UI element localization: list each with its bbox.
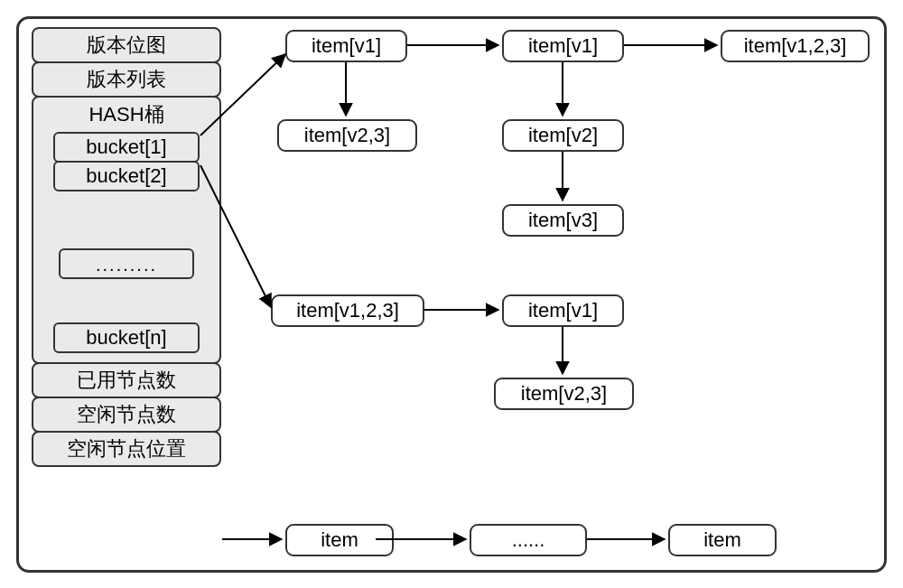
sidebar-stack: 版本位图 版本列表 HASH桶 bucket[1] bucket[2] ....…	[32, 27, 221, 465]
node-r4c1: item[v1,2,3]	[271, 294, 424, 327]
node-free-dots: ......	[470, 524, 587, 556]
bucket-2: bucket[2]	[53, 161, 200, 191]
sidebar-version-list: 版本列表	[32, 61, 221, 98]
node-r5c2: item[v2,3]	[494, 378, 634, 410]
sidebar-hash-bucket-group: HASH桶 bucket[1] bucket[2] ......... buck…	[32, 96, 221, 364]
diagram-canvas: 版本位图 版本列表 HASH桶 bucket[1] bucket[2] ....…	[0, 0, 903, 588]
bucket-ellipsis: .........	[59, 248, 194, 279]
sidebar-version-bitmap: 版本位图	[32, 27, 221, 63]
node-r2c1: item[v2,3]	[277, 119, 417, 152]
node-r1c2: item[v1]	[502, 30, 624, 62]
node-free-2: item	[668, 524, 777, 556]
bucket-n: bucket[n]	[53, 322, 200, 353]
node-r2c2: item[v2]	[502, 119, 624, 152]
node-r3c2: item[v3]	[502, 204, 624, 237]
sidebar-free-node-count: 空闲节点数	[32, 397, 221, 433]
node-free-1: item	[285, 524, 394, 556]
bucket-1: bucket[1]	[53, 132, 200, 163]
node-r4c2: item[v1]	[502, 294, 624, 327]
sidebar-used-node-count: 已用节点数	[32, 362, 221, 398]
hash-bucket-title: HASH桶	[37, 101, 216, 132]
sidebar-free-node-position: 空闲节点位置	[32, 431, 221, 467]
node-r1c1: item[v1]	[285, 30, 407, 62]
node-r1c3: item[v1,2,3]	[721, 30, 870, 62]
